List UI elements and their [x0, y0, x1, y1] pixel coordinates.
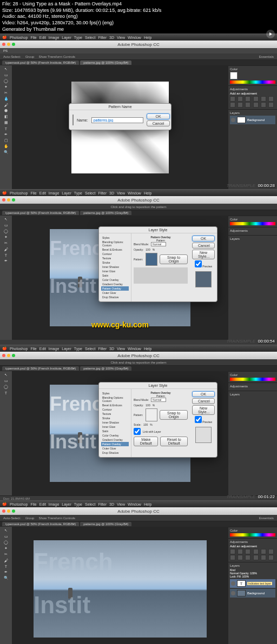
shape-tool-icon[interactable]: ▢: [1, 138, 11, 143]
menu-edit[interactable]: Edit: [39, 36, 46, 39]
pattern-picker[interactable]: [134, 267, 188, 284]
layer-text[interactable]: T Indicates text layer: [230, 579, 275, 588]
right-panels: Color Adjustments Add an adjustment Laye…: [228, 65, 277, 190]
group-dropdown[interactable]: Group: [25, 55, 35, 58]
tab-typemask[interactable]: typemask.psd @ 50% (French Institute, RG…: [2, 211, 79, 215]
menu-file[interactable]: File: [30, 36, 36, 39]
visibility-icon[interactable]: [231, 581, 235, 586]
wand-tool-icon[interactable]: ✦: [1, 84, 11, 90]
url-watermark: www.cg-ku.com: [91, 320, 149, 329]
meta-size: Size: 10478593 bytes (9.99 MiB), duratio…: [2, 8, 275, 14]
document-tabs: typemask.psd @ 50% (French Institute, RG…: [0, 60, 277, 65]
opacity-value[interactable]: 100: [146, 248, 150, 251]
layer-background[interactable]: Background: [230, 116, 275, 124]
new-style-button[interactable]: New Style...: [192, 250, 215, 259]
tooltip: Indicates text layer: [247, 582, 272, 585]
adjustment-icons[interactable]: [230, 96, 275, 108]
mac-menubar: 🍎 Photoshop File Edit Image Layer Type S…: [0, 34, 277, 41]
canvas-area[interactable]: French Instit: [12, 527, 228, 644]
preview-thumb: [195, 427, 212, 443]
menu-window[interactable]: Window: [128, 36, 141, 39]
brush-tool-icon[interactable]: 🖌: [1, 102, 11, 108]
ok-button[interactable]: OK: [147, 113, 170, 119]
text-line2: Instit: [50, 278, 96, 295]
style-list: Styles Blending Options: Custom Bevel & …: [99, 233, 131, 301]
hint: Click and drag to reposition the pattern: [110, 205, 166, 209]
cancel-button[interactable]: Cancel: [192, 243, 215, 249]
frame-3: 🍎PhotoshopFileEditImageLayerTypeSelectFi…: [0, 345, 277, 500]
workspace-label[interactable]: Essentials: [259, 55, 274, 58]
reset-default-button[interactable]: Reset to Default: [160, 437, 188, 446]
frame-1: 🍎 Photoshop File Edit Image Layer Type S…: [0, 33, 277, 189]
layer-name: Background: [247, 118, 265, 122]
crop-tool-icon[interactable]: ✂: [1, 90, 11, 96]
meta-audio: Audio: aac, 44100 Hz, stereo (eng): [2, 14, 275, 20]
visibility-icon[interactable]: [231, 118, 235, 122]
pattern-swatch[interactable]: [146, 253, 158, 266]
color-ramp[interactable]: [230, 81, 275, 84]
meta-file: File: 28 - Using Type as a Mask - Patter…: [2, 1, 275, 8]
blend-mode-select[interactable]: Normal: [151, 242, 166, 246]
tab-patterns[interactable]: patterns.jpg @ 100% (Gray/8#): [80, 211, 131, 215]
marquee-tool-icon[interactable]: ▭: [1, 72, 11, 78]
pattern-name-input[interactable]: [91, 117, 143, 123]
snap-button[interactable]: Snap to Origin: [160, 254, 188, 264]
tools-panel: ↖▭◯✦✂🖌T✒: [0, 216, 12, 340]
adjustments-panel: Adjustments Add an adjustment: [228, 85, 277, 109]
pen-tool-icon[interactable]: ✒: [1, 132, 11, 137]
preview-check[interactable]: [195, 260, 202, 267]
clone-tool-icon[interactable]: ⬢: [1, 108, 11, 113]
menu-type[interactable]: Type: [74, 36, 82, 39]
make-default-button[interactable]: Make Default: [134, 437, 158, 446]
adjustments-tab[interactable]: Adjustments: [230, 88, 275, 91]
lasso-tool-icon[interactable]: ◯: [1, 78, 11, 84]
style-settings: Pattern Overlay Pattern Blend Mode:Norma…: [131, 233, 190, 301]
menu-filter[interactable]: Filter: [98, 36, 107, 39]
watermark: TRAINSIMPLE: [227, 183, 255, 188]
frame-4: 🍎PhotoshopFileEditImageLayerTypeSelectFi…: [0, 500, 277, 644]
apple-icon: 🍎: [2, 191, 7, 195]
gradient-tool-icon[interactable]: ▦: [1, 120, 11, 125]
color-tab[interactable]: Color: [230, 68, 275, 71]
pattern-overlay-item[interactable]: Pattern Overlay: [101, 286, 129, 291]
ok-button[interactable]: OK: [192, 236, 215, 242]
name-label: Name:: [77, 118, 88, 122]
type-tool-icon[interactable]: T: [1, 126, 11, 131]
styles-header: Styles: [101, 236, 129, 240]
apple-icon: 🍎: [2, 35, 7, 39]
tab-patterns[interactable]: patterns.jpg @ 100% (Gray/8#): [80, 61, 131, 65]
move-tool-icon[interactable]: ↖: [1, 66, 11, 72]
dialog-title: Layer Style: [99, 227, 217, 233]
menu-select[interactable]: Select: [85, 36, 95, 39]
file-metadata: File: 28 - Using Type as a Mask - Patter…: [0, 0, 277, 33]
canvas-area[interactable]: Frenc Instit Layer Style Styles Blending…: [12, 371, 228, 495]
window-titlebar: Adobe Photoshop CC: [0, 41, 277, 48]
cancel-button[interactable]: Cancel: [147, 120, 170, 126]
layers-tab[interactable]: Layers: [230, 111, 275, 115]
menu-view[interactable]: View: [117, 36, 125, 39]
traffic-lights[interactable]: [2, 43, 15, 46]
timestamp: 00:00:28: [258, 183, 275, 188]
blend-opts[interactable]: Blending Options: Custom: [101, 240, 129, 247]
eraser-tool-icon[interactable]: ◧: [1, 114, 11, 119]
layer-bg[interactable]: Background: [230, 589, 275, 598]
eyedropper-tool-icon[interactable]: 💧: [1, 96, 11, 102]
show-transform-check[interactable]: Show Transform Controls: [38, 55, 75, 58]
pattern-swatch[interactable]: [146, 408, 158, 421]
text-layer-icon: T: [237, 580, 246, 587]
menu-layer[interactable]: Layer: [62, 36, 71, 39]
layer-thumb: [237, 117, 246, 123]
workspace: ↖ ▭ ◯ ✦ ✂ 💧 🖌 ⬢ ◧ ▦ T ✒ ▢ ✋ 🔍 Pattern Na…: [0, 65, 277, 190]
hand-tool-icon[interactable]: ✋: [1, 144, 11, 149]
canvas-area[interactable]: Frenc Instit Layer Style Styles Blending…: [12, 216, 228, 340]
fg-swatch[interactable]: [230, 72, 238, 79]
menu-3d[interactable]: 3D: [109, 36, 114, 39]
zoom-tool-icon[interactable]: 🔍: [1, 150, 11, 155]
menu-image[interactable]: Image: [49, 36, 59, 39]
menu-help[interactable]: Help: [144, 36, 151, 39]
canvas-area[interactable]: Pattern Name Name: OK Cancel: [12, 65, 228, 190]
tab-typemask[interactable]: typemask.psd @ 50% (French Institute, RG…: [2, 61, 79, 65]
mac-menubar: 🍎 Photoshop FileEditImageLayerTypeSelect…: [0, 190, 277, 196]
layer-style-dialog: Layer Style Styles Blending Options: Cus…: [98, 382, 217, 458]
frame-2: 🍎 Photoshop FileEditImageLayerTypeSelect…: [0, 189, 277, 345]
